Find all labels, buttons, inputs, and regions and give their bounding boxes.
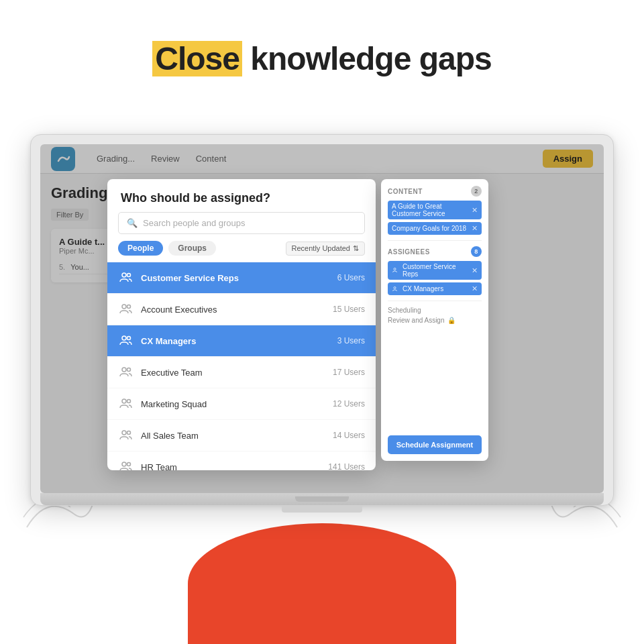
content-tags-container: A Guide to Great Customer Service✕Compan… bbox=[388, 201, 482, 235]
group-count: 141 Users bbox=[328, 462, 365, 470]
modal-left-panel: Who should be assigned? 🔍 Search people … bbox=[107, 179, 376, 470]
content-section-title: Content 2 bbox=[388, 186, 482, 197]
content-tag-label: Company Goals for 2018 bbox=[392, 225, 472, 232]
laptop-container: Grading... Review Content Assign Grading… bbox=[30, 134, 614, 513]
content-badge: 2 bbox=[471, 186, 482, 197]
svg-point-9 bbox=[127, 400, 131, 403]
app-background: Grading... Review Content Assign Grading… bbox=[40, 144, 604, 493]
modal-right-panel: Content 2 A Guide to Great Customer Serv… bbox=[381, 179, 488, 461]
content-tag: Company Goals for 2018✕ bbox=[388, 222, 482, 235]
svg-point-10 bbox=[122, 431, 126, 435]
svg-point-13 bbox=[127, 463, 131, 466]
scheduling-label: Scheduling bbox=[388, 307, 421, 314]
divider-1 bbox=[388, 240, 482, 241]
scheduling-section: Scheduling bbox=[388, 307, 482, 314]
headline-highlight: Close bbox=[152, 41, 242, 76]
group-item[interactable]: All Sales Team 14 Users bbox=[107, 420, 376, 451]
group-name: Account Executives bbox=[141, 305, 333, 315]
content-label: Content bbox=[388, 188, 423, 195]
group-name: All Sales Team bbox=[141, 431, 333, 441]
group-item[interactable]: HR Team 141 Users bbox=[107, 451, 376, 470]
group-count: 3 Users bbox=[337, 336, 365, 345]
svg-point-2 bbox=[122, 305, 126, 309]
group-count: 17 Users bbox=[333, 368, 365, 377]
svg-point-1 bbox=[127, 274, 131, 277]
group-list: Customer Service Reps 6 Users Account Ex… bbox=[107, 262, 376, 470]
assignee-tags-container: Customer Service Reps ✕ CX Managers ✕ bbox=[388, 261, 482, 295]
group-item[interactable]: Customer Service Reps 6 Users bbox=[107, 262, 376, 294]
group-count: 12 Users bbox=[333, 399, 365, 409]
groups-filter-tab[interactable]: Groups bbox=[168, 241, 216, 256]
svg-point-17 bbox=[394, 286, 396, 288]
assignees-section-title: Assignees 8 bbox=[388, 246, 482, 257]
svg-point-16 bbox=[394, 268, 396, 270]
assignees-badge: 8 bbox=[471, 246, 482, 257]
headline-suffix: knowledge gaps bbox=[242, 41, 492, 76]
content-tag-label: A Guide to Great Customer Service bbox=[392, 203, 472, 217]
svg-point-3 bbox=[127, 305, 131, 309]
assignee-tag: Customer Service Reps ✕ bbox=[388, 261, 482, 280]
assignee-tag: CX Managers ✕ bbox=[388, 282, 482, 295]
content-tag: A Guide to Great Customer Service✕ bbox=[388, 201, 482, 219]
group-count: 15 Users bbox=[333, 305, 365, 314]
modal-overlay: Who should be assigned? 🔍 Search people … bbox=[40, 144, 604, 493]
content-tag-remove[interactable]: ✕ bbox=[472, 206, 478, 215]
group-name: Customer Service Reps bbox=[141, 273, 337, 283]
svg-point-0 bbox=[122, 273, 126, 277]
lock-icon: 🔒 bbox=[447, 317, 455, 324]
modal-filter-bar: People Groups Recently Updated ⇅ bbox=[107, 241, 376, 262]
laptop-screen: Grading... Review Content Assign Grading… bbox=[40, 144, 604, 493]
svg-point-11 bbox=[127, 431, 131, 435]
search-placeholder: Search people and groups bbox=[143, 218, 246, 228]
assignee-tag-remove[interactable]: ✕ bbox=[472, 284, 478, 293]
content-tag-remove[interactable]: ✕ bbox=[472, 224, 478, 233]
group-item[interactable]: Marketing Squad 12 Users bbox=[107, 388, 376, 420]
group-name: HR Team bbox=[141, 462, 328, 471]
group-count: 14 Users bbox=[333, 431, 365, 440]
review-section: Review and Assign 🔒 bbox=[388, 317, 482, 324]
svg-point-4 bbox=[122, 336, 126, 340]
group-name: Marketing Squad bbox=[141, 399, 333, 409]
page-headline: Close knowledge gaps bbox=[0, 0, 644, 77]
assignee-tag-label: Customer Service Reps bbox=[402, 263, 472, 278]
svg-point-5 bbox=[127, 337, 131, 340]
review-label: Review and Assign bbox=[388, 317, 445, 324]
schedule-button[interactable]: Schedule Assignment bbox=[388, 435, 482, 454]
group-name: CX Managers bbox=[141, 336, 337, 346]
laptop-base bbox=[40, 493, 604, 505]
svg-point-7 bbox=[127, 368, 131, 372]
divider-2 bbox=[388, 301, 482, 301]
assignee-tag-label: CX Managers bbox=[402, 285, 472, 292]
people-filter-tab[interactable]: People bbox=[118, 241, 163, 256]
svg-point-12 bbox=[122, 462, 126, 466]
group-name: Executive Team bbox=[141, 368, 333, 378]
sort-button[interactable]: Recently Updated ⇅ bbox=[286, 241, 365, 256]
group-item[interactable]: CX Managers 3 Users bbox=[107, 325, 376, 357]
sort-icon: ⇅ bbox=[353, 244, 359, 253]
assignees-label: Assignees bbox=[388, 248, 430, 256]
laptop-notch bbox=[295, 496, 349, 502]
svg-point-8 bbox=[122, 399, 126, 403]
group-item[interactable]: Account Executives 15 Users bbox=[107, 294, 376, 325]
laptop-outer: Grading... Review Content Assign Grading… bbox=[30, 134, 614, 506]
modal-title: Who should be assigned? bbox=[107, 179, 376, 212]
sort-label: Recently Updated bbox=[292, 244, 350, 252]
search-icon: 🔍 bbox=[127, 218, 138, 228]
search-field[interactable]: 🔍 Search people and groups bbox=[118, 212, 365, 234]
laptop-stand bbox=[282, 506, 362, 513]
group-count: 6 Users bbox=[337, 273, 365, 282]
svg-point-6 bbox=[122, 368, 126, 372]
assignee-tag-remove[interactable]: ✕ bbox=[472, 266, 478, 275]
group-item[interactable]: Executive Team 17 Users bbox=[107, 357, 376, 388]
red-blob-decoration bbox=[188, 523, 456, 644]
